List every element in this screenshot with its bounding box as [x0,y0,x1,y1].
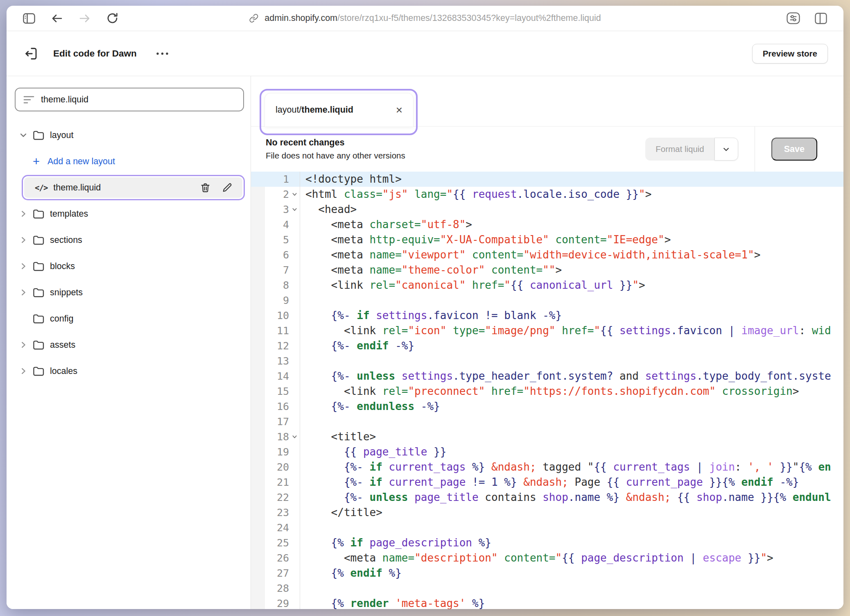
rename-file-icon[interactable] [222,182,233,193]
chevron-right-icon[interactable] [19,262,33,271]
save-button[interactable]: Save [771,138,817,161]
code-line-26[interactable]: 26 <meta name="description" content="{{ … [251,550,843,566]
exit-editor-icon[interactable] [24,46,38,61]
sidebar-item-blocks[interactable]: blocks [7,253,251,279]
line-number: 24 [265,520,289,535]
code-line-11[interactable]: 11 <link rel="icon" type="image/png" hre… [251,323,843,338]
preview-store-button[interactable]: Preview store [752,44,828,63]
code-line-13[interactable]: 13 [251,353,843,369]
fold-spacer [289,490,300,505]
code-text: <meta name="theme-color" content=""> [300,263,562,278]
chevron-right-icon[interactable] [19,236,33,245]
code-line-23[interactable]: 23 </title> [251,505,843,520]
search-input[interactable] [41,95,235,105]
code-line-17[interactable]: 17 [251,414,843,429]
reload-icon[interactable] [106,12,118,24]
code-text: {% render 'meta-tags' %} [300,596,485,609]
sidebar-item-theme-liquid[interactable]: </>theme.liquid [22,175,245,200]
code-line-9[interactable]: 9 [251,293,843,308]
gutter-margin [251,444,265,460]
forward-icon[interactable] [79,13,91,24]
fold-toggle-icon[interactable] [289,187,300,202]
code-line-2[interactable]: 2<html class="js" lang="{{ request.local… [251,187,843,202]
plus-icon: + [33,155,47,168]
sidebar-item-sections[interactable]: sections [7,227,251,253]
tab-layout-theme-liquid[interactable]: layout/theme.liquid × [265,93,413,127]
fold-spacer [289,369,300,384]
page-settings-icon[interactable] [787,12,800,24]
url-text: admin.shopify.com/store/rzq1xu-f5/themes… [264,13,601,23]
file-tree: layout+Add a new layout</>theme.liquidte… [7,122,251,384]
code-line-25[interactable]: 25 {% if page_description %} [251,535,843,550]
fold-spacer [289,263,300,278]
code-line-8[interactable]: 8 <link rel="canonical" href="{{ canonic… [251,278,843,293]
code-line-1[interactable]: 1<!doctype html> [251,172,843,187]
gutter-margin [251,520,265,535]
code-line-29[interactable]: 29 {% render 'meta-tags' %} [251,596,843,609]
sidebar-item-assets[interactable]: assets [7,332,251,358]
code-line-10[interactable]: 10 {%- if settings.favicon != blank -%} [251,308,843,323]
code-line-22[interactable]: 22 {%- unless page_title contains shop.n… [251,490,843,505]
sidebar-item-add-new-layout[interactable]: +Add a new layout [7,148,251,174]
code-line-5[interactable]: 5 <meta http-equiv="X-UA-Compatible" con… [251,232,843,247]
code-line-7[interactable]: 7 <meta name="theme-color" content=""> [251,263,843,278]
fold-toggle-icon[interactable] [289,429,300,444]
fold-spacer [289,596,300,609]
chevron-right-icon[interactable] [19,340,33,349]
gutter-margin [251,399,265,414]
sidebar-item-locales[interactable]: locales [7,358,251,384]
format-dropdown-button[interactable] [714,138,738,161]
code-line-16[interactable]: 16 {%- endunless -%} [251,399,843,414]
sidebar-item-label: Add a new layout [47,156,115,167]
code-line-28[interactable]: 28 [251,581,843,596]
back-icon[interactable] [51,13,63,24]
fold-toggle-icon[interactable] [289,202,300,217]
folder-icon [33,314,50,324]
code-line-19[interactable]: 19 {{ page_title }} [251,444,843,460]
code-line-4[interactable]: 4 <meta charset="utf-8"> [251,217,843,232]
code-line-12[interactable]: 12 {%- endif -%} [251,338,843,353]
sidebar-toggle-icon[interactable] [23,13,35,24]
code-line-24[interactable]: 24 [251,520,843,535]
code-text [300,414,305,429]
chevron-right-icon[interactable] [19,367,33,376]
gutter-margin [251,308,265,323]
gutter-margin [251,429,265,444]
split-view-icon[interactable] [815,13,827,24]
code-text: <html class="js" lang="{{ request.locale… [300,187,651,202]
line-number: 8 [265,278,289,293]
sidebar-item-templates[interactable]: templates [7,201,251,227]
chevron-right-icon[interactable] [19,288,33,297]
gutter-margin [251,475,265,490]
fold-spacer [289,217,300,232]
code-text [300,293,305,308]
code-editor[interactable]: 1<!doctype html>2<html class="js" lang="… [251,172,843,609]
chevron-down-icon[interactable] [19,131,33,140]
sidebar-item-snippets[interactable]: snippets [7,279,251,306]
file-search-box[interactable] [15,88,244,111]
url-bar[interactable]: admin.shopify.com/store/rzq1xu-f5/themes… [249,13,601,23]
gutter-margin [251,490,265,505]
delete-file-icon[interactable] [200,182,211,193]
format-liquid-button[interactable]: Format liquid [645,138,714,161]
line-number: 19 [265,444,289,460]
gutter-margin [251,338,265,353]
chevron-right-icon[interactable] [19,209,33,218]
sidebar-item-config[interactable]: config [7,306,251,332]
gutter-margin [251,172,265,187]
line-number: 2 [265,187,289,202]
sidebar-item-label: snippets [50,288,83,298]
code-line-18[interactable]: 18 <title> [251,429,843,444]
code-line-6[interactable]: 6 <meta name="viewport" content="width=d… [251,247,843,263]
close-tab-icon[interactable]: × [396,104,402,116]
code-line-27[interactable]: 27 {% endif %} [251,566,843,581]
code-line-20[interactable]: 20 {%- if current_tags %} &ndash; tagged… [251,460,843,475]
code-line-3[interactable]: 3 <head> [251,202,843,217]
code-line-14[interactable]: 14 {%- unless settings.type_header_font.… [251,369,843,384]
sidebar-item-layout[interactable]: layout [7,122,251,148]
fold-spacer [289,323,300,338]
code-line-21[interactable]: 21 {%- if current_page != 1 %} &ndash; P… [251,475,843,490]
code-line-15[interactable]: 15 <link rel="preconnect" href="https://… [251,384,843,399]
more-options-icon[interactable] [156,52,170,56]
line-number: 26 [265,550,289,566]
